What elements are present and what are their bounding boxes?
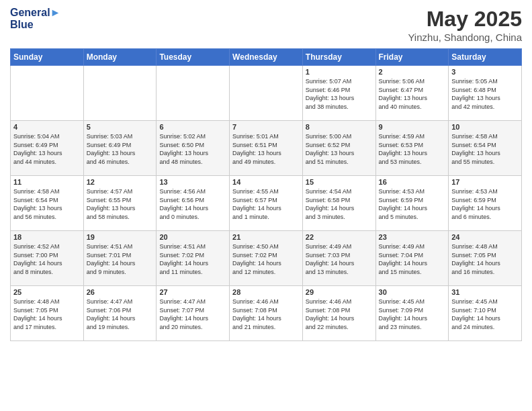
day-info: Sunrise: 4:51 AM Sunset: 7:02 PM Dayligh… [159, 242, 226, 276]
calendar-cell: 2Sunrise: 5:06 AM Sunset: 6:47 PM Daylig… [375, 66, 449, 121]
calendar-cell: 29Sunrise: 4:46 AM Sunset: 7:08 PM Dayli… [302, 286, 375, 341]
weekday-header-saturday: Saturday [449, 49, 522, 66]
day-number: 8 [306, 123, 373, 131]
day-number: 30 [379, 288, 446, 296]
calendar-cell: 17Sunrise: 4:53 AM Sunset: 6:59 PM Dayli… [449, 176, 522, 231]
calendar-cell [157, 66, 230, 121]
day-info: Sunrise: 4:52 AM Sunset: 7:00 PM Dayligh… [13, 242, 81, 276]
day-number: 21 [232, 233, 300, 241]
day-number: 25 [13, 288, 81, 296]
weekday-header-sunday: Sunday [11, 49, 84, 66]
calendar-cell: 15Sunrise: 4:54 AM Sunset: 6:58 PM Dayli… [302, 176, 375, 231]
calendar-cell: 10Sunrise: 4:58 AM Sunset: 6:54 PM Dayli… [449, 121, 522, 176]
calendar-cell: 11Sunrise: 4:58 AM Sunset: 6:54 PM Dayli… [11, 176, 84, 231]
week-row-0: 1Sunrise: 5:07 AM Sunset: 6:46 PM Daylig… [11, 66, 522, 121]
day-info: Sunrise: 4:47 AM Sunset: 7:07 PM Dayligh… [159, 298, 226, 331]
day-number: 28 [232, 288, 300, 296]
day-number: 4 [13, 123, 81, 131]
day-number: 9 [379, 123, 446, 131]
day-number: 2 [379, 68, 446, 76]
day-info: Sunrise: 4:49 AM Sunset: 7:04 PM Dayligh… [379, 242, 446, 276]
day-number: 29 [306, 288, 373, 296]
calendar-cell [11, 66, 84, 121]
day-number: 3 [451, 68, 519, 76]
day-number: 23 [379, 233, 446, 241]
calendar-cell: 16Sunrise: 4:53 AM Sunset: 6:59 PM Dayli… [375, 176, 449, 231]
day-info: Sunrise: 5:02 AM Sunset: 6:50 PM Dayligh… [159, 132, 226, 166]
day-info: Sunrise: 4:51 AM Sunset: 7:01 PM Dayligh… [87, 242, 154, 276]
day-info: Sunrise: 4:47 AM Sunset: 7:06 PM Dayligh… [87, 298, 154, 331]
week-row-1: 4Sunrise: 5:04 AM Sunset: 6:49 PM Daylig… [11, 121, 522, 176]
weekday-header-monday: Monday [83, 49, 157, 66]
calendar-cell: 27Sunrise: 4:47 AM Sunset: 7:07 PM Dayli… [157, 286, 230, 341]
page: General► Blue May 2025 Yinzhu, Shandong,… [0, 0, 532, 411]
day-number: 13 [159, 178, 226, 186]
day-info: Sunrise: 4:49 AM Sunset: 7:03 PM Dayligh… [306, 242, 373, 276]
weekday-header-tuesday: Tuesday [157, 49, 230, 66]
calendar-cell: 24Sunrise: 4:48 AM Sunset: 7:05 PM Dayli… [449, 231, 522, 286]
calendar-cell: 30Sunrise: 4:45 AM Sunset: 7:09 PM Dayli… [375, 286, 449, 341]
calendar-cell: 19Sunrise: 4:51 AM Sunset: 7:01 PM Dayli… [83, 231, 157, 286]
day-number: 6 [159, 123, 226, 131]
day-number: 12 [87, 178, 154, 186]
day-info: Sunrise: 5:04 AM Sunset: 6:49 PM Dayligh… [13, 132, 81, 166]
week-row-4: 25Sunrise: 4:48 AM Sunset: 7:05 PM Dayli… [11, 286, 522, 341]
day-info: Sunrise: 4:53 AM Sunset: 6:59 PM Dayligh… [451, 187, 519, 221]
day-info: Sunrise: 4:59 AM Sunset: 6:53 PM Dayligh… [379, 132, 446, 166]
calendar-cell: 7Sunrise: 5:01 AM Sunset: 6:51 PM Daylig… [230, 121, 303, 176]
calendar-cell: 12Sunrise: 4:57 AM Sunset: 6:55 PM Dayli… [83, 176, 157, 231]
calendar-cell [230, 66, 303, 121]
calendar-cell: 31Sunrise: 4:45 AM Sunset: 7:10 PM Dayli… [449, 286, 522, 341]
calendar-body: 1Sunrise: 5:07 AM Sunset: 6:46 PM Daylig… [11, 66, 522, 341]
calendar-cell: 23Sunrise: 4:49 AM Sunset: 7:04 PM Dayli… [375, 231, 449, 286]
calendar-subtitle: Yinzhu, Shandong, China [408, 32, 522, 43]
day-info: Sunrise: 5:06 AM Sunset: 6:47 PM Dayligh… [379, 77, 446, 111]
day-info: Sunrise: 5:00 AM Sunset: 6:52 PM Dayligh… [306, 132, 373, 166]
day-info: Sunrise: 4:48 AM Sunset: 7:05 PM Dayligh… [451, 242, 519, 276]
day-number: 16 [379, 178, 446, 186]
day-number: 20 [159, 233, 226, 241]
logo: General► Blue [10, 7, 60, 31]
day-number: 22 [306, 233, 373, 241]
calendar-cell: 25Sunrise: 4:48 AM Sunset: 7:05 PM Dayli… [11, 286, 84, 341]
calendar-cell: 8Sunrise: 5:00 AM Sunset: 6:52 PM Daylig… [302, 121, 375, 176]
day-info: Sunrise: 4:54 AM Sunset: 6:58 PM Dayligh… [306, 187, 373, 221]
calendar-cell: 6Sunrise: 5:02 AM Sunset: 6:50 PM Daylig… [157, 121, 230, 176]
calendar-cell: 18Sunrise: 4:52 AM Sunset: 7:00 PM Dayli… [11, 231, 84, 286]
day-number: 18 [13, 233, 81, 241]
day-number: 27 [159, 288, 226, 296]
day-number: 15 [306, 178, 373, 186]
calendar-title: May 2025 [408, 7, 522, 32]
day-info: Sunrise: 5:07 AM Sunset: 6:46 PM Dayligh… [306, 77, 373, 111]
day-info: Sunrise: 4:56 AM Sunset: 6:56 PM Dayligh… [159, 187, 226, 221]
logo-subtext: Blue [10, 19, 34, 30]
calendar-cell: 9Sunrise: 4:59 AM Sunset: 6:53 PM Daylig… [375, 121, 449, 176]
calendar-cell: 4Sunrise: 5:04 AM Sunset: 6:49 PM Daylig… [11, 121, 84, 176]
day-number: 17 [451, 178, 519, 186]
calendar-table: SundayMondayTuesdayWednesdayThursdayFrid… [10, 48, 522, 341]
calendar-cell: 28Sunrise: 4:46 AM Sunset: 7:08 PM Dayli… [230, 286, 303, 341]
calendar-cell: 20Sunrise: 4:51 AM Sunset: 7:02 PM Dayli… [157, 231, 230, 286]
day-info: Sunrise: 4:58 AM Sunset: 6:54 PM Dayligh… [451, 132, 519, 166]
day-info: Sunrise: 4:58 AM Sunset: 6:54 PM Dayligh… [13, 187, 81, 221]
calendar-cell: 21Sunrise: 4:50 AM Sunset: 7:02 PM Dayli… [230, 231, 303, 286]
day-number: 31 [451, 288, 519, 296]
title-area: May 2025 Yinzhu, Shandong, China [408, 7, 522, 43]
weekday-header-friday: Friday [375, 49, 449, 66]
day-number: 1 [306, 68, 373, 76]
calendar-cell: 5Sunrise: 5:03 AM Sunset: 6:49 PM Daylig… [83, 121, 157, 176]
day-info: Sunrise: 4:57 AM Sunset: 6:55 PM Dayligh… [87, 187, 154, 221]
day-info: Sunrise: 5:03 AM Sunset: 6:49 PM Dayligh… [87, 132, 154, 166]
day-number: 7 [232, 123, 300, 131]
calendar-cell: 22Sunrise: 4:49 AM Sunset: 7:03 PM Dayli… [302, 231, 375, 286]
header: General► Blue May 2025 Yinzhu, Shandong,… [10, 7, 522, 43]
day-number: 26 [87, 288, 154, 296]
day-info: Sunrise: 4:50 AM Sunset: 7:02 PM Dayligh… [232, 242, 300, 276]
weekday-header-wednesday: Wednesday [230, 49, 303, 66]
day-info: Sunrise: 4:45 AM Sunset: 7:10 PM Dayligh… [451, 298, 519, 331]
weekday-header-thursday: Thursday [302, 49, 375, 66]
day-number: 11 [13, 178, 81, 186]
weekday-row: SundayMondayTuesdayWednesdayThursdayFrid… [11, 49, 522, 66]
week-row-2: 11Sunrise: 4:58 AM Sunset: 6:54 PM Dayli… [11, 176, 522, 231]
day-info: Sunrise: 4:45 AM Sunset: 7:09 PM Dayligh… [379, 298, 446, 331]
